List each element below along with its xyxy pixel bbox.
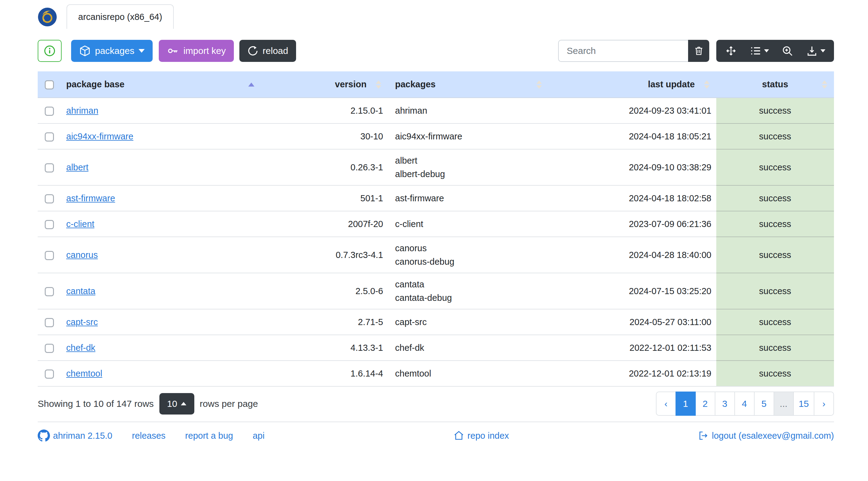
app-logo-icon xyxy=(38,7,57,27)
package-base-link[interactable]: chemtool xyxy=(66,368,102,378)
chevron-down-icon xyxy=(138,49,145,53)
package-base-cell: albert xyxy=(61,149,264,185)
package-name: chef-dk xyxy=(395,341,544,354)
info-icon xyxy=(44,45,56,57)
row-checkbox[interactable] xyxy=(45,251,54,260)
reload-button[interactable]: reload xyxy=(239,40,296,62)
row-checkbox[interactable] xyxy=(45,370,54,379)
last-update-cell: 2022-12-01 02:13:19 xyxy=(549,361,716,386)
status-cell: success xyxy=(716,335,834,361)
row-checkbox[interactable] xyxy=(45,287,54,296)
last-update-cell: 2024-05-27 03:11:00 xyxy=(549,309,716,335)
package-base-link[interactable]: aic94xx-firmware xyxy=(66,131,133,141)
repo-index-label: repo index xyxy=(467,431,509,441)
row-checkbox[interactable] xyxy=(45,163,54,172)
packages-cell: capt-src xyxy=(388,309,549,335)
row-checkbox[interactable] xyxy=(45,220,54,229)
rows-per-page-dropdown[interactable]: 10 xyxy=(159,393,194,415)
search-input[interactable] xyxy=(558,40,688,62)
column-header-package-base[interactable]: package base xyxy=(61,71,264,98)
key-icon xyxy=(167,45,179,57)
columns-button[interactable] xyxy=(743,40,775,62)
column-label: package base xyxy=(66,79,124,89)
row-select-cell xyxy=(38,124,61,149)
package-base-cell: canorus xyxy=(61,237,264,273)
pagination: ‹12345...15› xyxy=(656,391,834,416)
packages-cell: canoruscanorus-debug xyxy=(388,237,549,273)
report-a-bug-label: report a bug xyxy=(185,431,233,441)
sort-icon xyxy=(536,80,542,89)
column-header-last-update[interactable]: last update xyxy=(549,71,716,98)
status-cell: success xyxy=(716,273,834,309)
package-name: c-client xyxy=(395,217,544,231)
toggle-search-button[interactable] xyxy=(775,40,800,62)
pagination-bar: Showing 1 to 10 of 147 rows 10 rows per … xyxy=(38,391,834,416)
column-label: version xyxy=(335,79,367,89)
select-all-checkbox[interactable] xyxy=(45,80,54,90)
package-base-link[interactable]: cantata xyxy=(66,286,95,296)
api-link[interactable]: api xyxy=(253,431,265,441)
packages-button[interactable]: packages xyxy=(71,40,153,62)
package-base-link[interactable]: ast-firmware xyxy=(66,193,115,203)
report-a-bug-link[interactable]: report a bug xyxy=(185,431,233,441)
pagination-next[interactable]: › xyxy=(814,391,834,416)
row-checkbox[interactable] xyxy=(45,194,54,203)
status-cell: success xyxy=(716,237,834,273)
info-button[interactable] xyxy=(38,40,62,62)
packages-cell: chemtool xyxy=(388,361,549,386)
column-header-packages[interactable]: packages xyxy=(388,71,549,98)
releases-link[interactable]: releases xyxy=(132,431,165,441)
sort-ascending-icon xyxy=(248,83,254,86)
package-base-link[interactable]: chef-dk xyxy=(66,343,95,353)
repository-tab[interactable]: arcanisrepo (x86_64) xyxy=(66,4,174,29)
column-header-version[interactable]: version xyxy=(264,71,388,98)
clear-search-button[interactable] xyxy=(688,40,709,62)
repo-index-link[interactable]: repo index xyxy=(453,430,509,441)
pagination-prev[interactable]: ‹ xyxy=(656,391,676,416)
package-base-link[interactable]: ahriman xyxy=(66,106,98,116)
pagination-page-4[interactable]: 4 xyxy=(734,391,754,416)
package-base-cell: c-client xyxy=(61,211,264,237)
row-checkbox[interactable] xyxy=(45,344,54,353)
pagination-page-2[interactable]: 2 xyxy=(695,391,715,416)
row-select-cell xyxy=(38,361,61,386)
package-base-link[interactable]: canorus xyxy=(66,250,98,260)
version-cell: 0.26.3-1 xyxy=(264,149,388,185)
repository-tab-label: arcanisrepo (x86_64) xyxy=(78,12,162,22)
version-cell: 501-1 xyxy=(264,185,388,211)
last-update-cell: 2023-07-09 06:21:36 xyxy=(549,211,716,237)
pagination-page-3[interactable]: 3 xyxy=(715,391,735,416)
package-base-link[interactable]: c-client xyxy=(66,219,94,229)
zoom-in-icon xyxy=(781,45,794,57)
column-label: packages xyxy=(395,79,436,89)
package-base-link[interactable]: capt-src xyxy=(66,317,98,327)
row-checkbox[interactable] xyxy=(45,318,54,327)
package-base-cell: aic94xx-firmware xyxy=(61,124,264,149)
status-cell: success xyxy=(716,149,834,185)
pagination-ellipsis: ... xyxy=(774,391,794,416)
packages-cell: cantatacantata-debug xyxy=(388,273,549,309)
export-button[interactable] xyxy=(800,40,832,62)
import-key-button[interactable]: import key xyxy=(159,40,234,62)
logout-icon xyxy=(698,430,709,441)
table-row: ahriman2.15.0-1ahriman2024-09-23 03:41:0… xyxy=(38,98,834,124)
row-checkbox[interactable] xyxy=(45,132,54,141)
column-header-status[interactable]: status xyxy=(716,71,834,98)
package-base-link[interactable]: albert xyxy=(66,162,89,172)
pagination-page-5[interactable]: 5 xyxy=(754,391,774,416)
list-columns-icon xyxy=(749,45,762,57)
packages-cell: aic94xx-firmware xyxy=(388,124,549,149)
package-name: chemtool xyxy=(395,367,544,380)
package-name: cantata xyxy=(395,278,544,291)
ahriman-version-link[interactable]: ahriman 2.15.0 xyxy=(38,429,112,442)
package-base-cell: ast-firmware xyxy=(61,185,264,211)
releases-label: releases xyxy=(132,431,165,441)
pagination-page-15[interactable]: 15 xyxy=(793,391,814,416)
logout-link[interactable]: logout (esalexeev@gmail.com) xyxy=(698,430,834,441)
column-label: last update xyxy=(648,79,695,89)
pagination-page-1[interactable]: 1 xyxy=(676,391,696,416)
row-checkbox[interactable] xyxy=(45,107,54,116)
select-all-header xyxy=(38,71,61,98)
fullscreen-toggle-button[interactable] xyxy=(719,40,743,62)
table-row: albert0.26.3-1albertalbert-debug2024-09-… xyxy=(38,149,834,185)
